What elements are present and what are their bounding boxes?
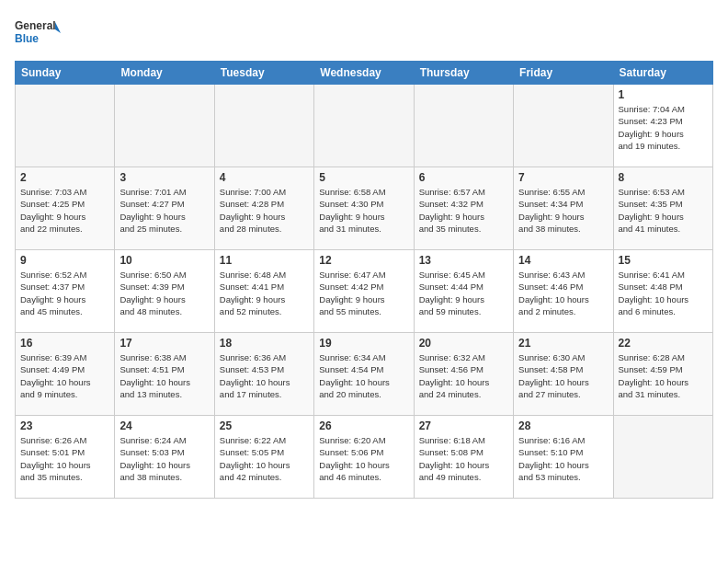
calendar-cell: 3Sunrise: 7:01 AM Sunset: 4:27 PM Daylig… <box>115 167 214 250</box>
calendar-cell: 23Sunrise: 6:26 AM Sunset: 5:01 PM Dayli… <box>16 416 115 499</box>
day-number: 13 <box>419 254 508 267</box>
calendar-cell: 4Sunrise: 7:00 AM Sunset: 4:28 PM Daylig… <box>214 167 313 250</box>
day-info: Sunrise: 6:18 AM Sunset: 5:08 PM Dayligh… <box>419 434 508 483</box>
weekday-header-sunday: Sunday <box>16 62 115 85</box>
day-number: 20 <box>419 337 508 350</box>
day-info: Sunrise: 6:45 AM Sunset: 4:44 PM Dayligh… <box>419 269 508 317</box>
calendar-cell: 10Sunrise: 6:50 AM Sunset: 4:39 PM Dayli… <box>115 250 214 333</box>
calendar-week-row: 1Sunrise: 7:04 AM Sunset: 4:23 PM Daylig… <box>16 85 713 167</box>
calendar-cell: 2Sunrise: 7:03 AM Sunset: 4:25 PM Daylig… <box>16 167 115 250</box>
calendar-cell <box>115 85 214 167</box>
calendar-cell: 26Sunrise: 6:20 AM Sunset: 5:06 PM Dayli… <box>314 416 414 499</box>
calendar-cell: 22Sunrise: 6:28 AM Sunset: 4:59 PM Dayli… <box>613 333 712 416</box>
calendar-cell <box>514 85 613 167</box>
calendar-cell: 1Sunrise: 7:04 AM Sunset: 4:23 PM Daylig… <box>613 85 712 167</box>
day-info: Sunrise: 7:01 AM Sunset: 4:27 PM Dayligh… <box>119 186 209 235</box>
day-number: 7 <box>518 171 608 184</box>
day-number: 26 <box>319 419 408 432</box>
calendar-week-row: 2Sunrise: 7:03 AM Sunset: 4:25 PM Daylig… <box>16 167 713 250</box>
day-info: Sunrise: 6:34 AM Sunset: 4:54 PM Dayligh… <box>319 351 408 400</box>
day-number: 10 <box>119 254 209 267</box>
calendar-cell: 18Sunrise: 6:36 AM Sunset: 4:53 PM Dayli… <box>214 333 313 416</box>
day-number: 5 <box>319 171 408 184</box>
day-number: 8 <box>619 171 708 184</box>
day-number: 3 <box>119 171 209 184</box>
day-number: 15 <box>619 254 708 267</box>
calendar-cell: 12Sunrise: 6:47 AM Sunset: 4:42 PM Dayli… <box>314 250 414 333</box>
day-number: 16 <box>20 337 109 350</box>
day-info: Sunrise: 6:36 AM Sunset: 4:53 PM Dayligh… <box>220 351 309 400</box>
weekday-header-saturday: Saturday <box>613 62 712 85</box>
day-info: Sunrise: 6:57 AM Sunset: 4:32 PM Dayligh… <box>419 186 508 235</box>
calendar-cell: 13Sunrise: 6:45 AM Sunset: 4:44 PM Dayli… <box>414 250 513 333</box>
day-info: Sunrise: 6:20 AM Sunset: 5:06 PM Dayligh… <box>319 434 408 483</box>
day-number: 6 <box>419 171 508 184</box>
calendar-cell <box>414 85 513 167</box>
calendar-cell: 24Sunrise: 6:24 AM Sunset: 5:03 PM Dayli… <box>115 416 214 499</box>
calendar-cell: 8Sunrise: 6:53 AM Sunset: 4:35 PM Daylig… <box>613 167 712 250</box>
day-number: 21 <box>518 337 608 350</box>
day-info: Sunrise: 7:00 AM Sunset: 4:28 PM Dayligh… <box>220 186 309 235</box>
calendar-cell: 27Sunrise: 6:18 AM Sunset: 5:08 PM Dayli… <box>414 416 513 499</box>
calendar-week-row: 9Sunrise: 6:52 AM Sunset: 4:37 PM Daylig… <box>16 250 713 333</box>
day-number: 1 <box>619 88 708 101</box>
day-info: Sunrise: 6:41 AM Sunset: 4:48 PM Dayligh… <box>619 269 708 317</box>
svg-text:General: General <box>15 19 56 32</box>
calendar-cell: 14Sunrise: 6:43 AM Sunset: 4:46 PM Dayli… <box>514 250 613 333</box>
calendar-cell: 11Sunrise: 6:48 AM Sunset: 4:41 PM Dayli… <box>214 250 313 333</box>
calendar-cell: 5Sunrise: 6:58 AM Sunset: 4:30 PM Daylig… <box>314 167 414 250</box>
calendar-cell: 9Sunrise: 6:52 AM Sunset: 4:37 PM Daylig… <box>16 250 115 333</box>
calendar-cell: 16Sunrise: 6:39 AM Sunset: 4:49 PM Dayli… <box>16 333 115 416</box>
svg-marker-2 <box>55 22 61 33</box>
calendar-cell <box>314 85 414 167</box>
day-info: Sunrise: 6:22 AM Sunset: 5:05 PM Dayligh… <box>220 434 309 483</box>
calendar-cell <box>214 85 313 167</box>
calendar-cell: 15Sunrise: 6:41 AM Sunset: 4:48 PM Dayli… <box>613 250 712 333</box>
weekday-header-wednesday: Wednesday <box>314 62 414 85</box>
day-number: 14 <box>518 254 608 267</box>
calendar-cell: 17Sunrise: 6:38 AM Sunset: 4:51 PM Dayli… <box>115 333 214 416</box>
day-number: 18 <box>220 337 309 350</box>
day-info: Sunrise: 6:16 AM Sunset: 5:10 PM Dayligh… <box>518 434 608 483</box>
day-info: Sunrise: 6:50 AM Sunset: 4:39 PM Dayligh… <box>119 269 209 317</box>
day-info: Sunrise: 6:26 AM Sunset: 5:01 PM Dayligh… <box>20 434 109 483</box>
day-info: Sunrise: 6:58 AM Sunset: 4:30 PM Dayligh… <box>319 186 408 235</box>
logo-svg: General Blue <box>15 15 61 52</box>
day-number: 25 <box>220 419 309 432</box>
day-number: 19 <box>319 337 408 350</box>
weekday-header-monday: Monday <box>115 62 214 85</box>
day-number: 9 <box>20 254 109 267</box>
day-number: 22 <box>619 337 708 350</box>
calendar-cell <box>613 416 712 499</box>
calendar-cell: 20Sunrise: 6:32 AM Sunset: 4:56 PM Dayli… <box>414 333 513 416</box>
day-number: 23 <box>20 419 109 432</box>
calendar-week-row: 23Sunrise: 6:26 AM Sunset: 5:01 PM Dayli… <box>16 416 713 499</box>
calendar-cell: 28Sunrise: 6:16 AM Sunset: 5:10 PM Dayli… <box>514 416 613 499</box>
day-info: Sunrise: 6:39 AM Sunset: 4:49 PM Dayligh… <box>20 351 109 400</box>
day-info: Sunrise: 6:30 AM Sunset: 4:58 PM Dayligh… <box>518 351 608 400</box>
day-number: 28 <box>518 419 608 432</box>
day-info: Sunrise: 7:04 AM Sunset: 4:23 PM Dayligh… <box>619 103 708 152</box>
calendar-cell: 6Sunrise: 6:57 AM Sunset: 4:32 PM Daylig… <box>414 167 513 250</box>
day-info: Sunrise: 6:28 AM Sunset: 4:59 PM Dayligh… <box>619 351 708 400</box>
page-header: General Blue <box>15 15 713 52</box>
calendar-cell <box>16 85 115 167</box>
day-info: Sunrise: 6:48 AM Sunset: 4:41 PM Dayligh… <box>220 269 309 317</box>
day-info: Sunrise: 6:24 AM Sunset: 5:03 PM Dayligh… <box>119 434 209 483</box>
day-info: Sunrise: 6:47 AM Sunset: 4:42 PM Dayligh… <box>319 269 408 317</box>
day-info: Sunrise: 7:03 AM Sunset: 4:25 PM Dayligh… <box>20 186 109 235</box>
calendar-table: SundayMondayTuesdayWednesdayThursdayFrid… <box>15 61 713 499</box>
day-info: Sunrise: 6:43 AM Sunset: 4:46 PM Dayligh… <box>518 269 608 317</box>
day-number: 27 <box>419 419 508 432</box>
day-number: 2 <box>20 171 109 184</box>
day-info: Sunrise: 6:32 AM Sunset: 4:56 PM Dayligh… <box>419 351 508 400</box>
day-info: Sunrise: 6:38 AM Sunset: 4:51 PM Dayligh… <box>119 351 209 400</box>
calendar-week-row: 16Sunrise: 6:39 AM Sunset: 4:49 PM Dayli… <box>16 333 713 416</box>
day-number: 4 <box>220 171 309 184</box>
day-number: 12 <box>319 254 408 267</box>
calendar-cell: 25Sunrise: 6:22 AM Sunset: 5:05 PM Dayli… <box>214 416 313 499</box>
day-info: Sunrise: 6:55 AM Sunset: 4:34 PM Dayligh… <box>518 186 608 235</box>
calendar-cell: 7Sunrise: 6:55 AM Sunset: 4:34 PM Daylig… <box>514 167 613 250</box>
calendar-cell: 21Sunrise: 6:30 AM Sunset: 4:58 PM Dayli… <box>514 333 613 416</box>
day-number: 11 <box>220 254 309 267</box>
